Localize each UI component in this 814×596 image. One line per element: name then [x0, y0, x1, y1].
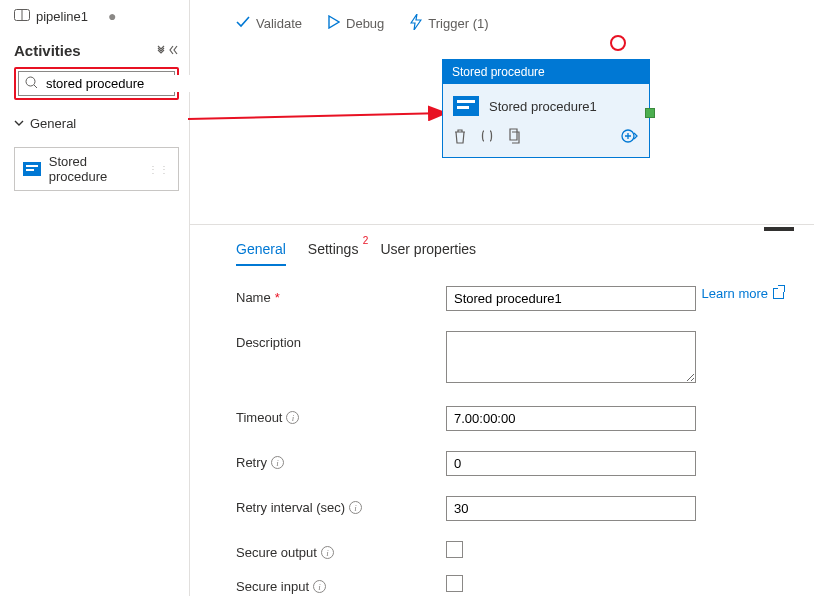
label-timeout: Timeout: [236, 410, 282, 425]
annotation-circle: [610, 35, 626, 51]
pipeline-icon: [14, 9, 30, 24]
label-name: Name: [236, 290, 271, 305]
lightning-icon: [410, 14, 422, 33]
info-icon[interactable]: i: [349, 501, 362, 514]
collapse-chevrons-icon[interactable]: [157, 45, 179, 57]
label-description: Description: [236, 335, 301, 350]
play-icon: [328, 15, 340, 32]
timeout-field[interactable]: [446, 406, 696, 431]
secure-input-checkbox[interactable]: [446, 575, 463, 592]
info-icon[interactable]: i: [313, 580, 326, 593]
svg-point-2: [26, 77, 35, 86]
output-connector[interactable]: [645, 108, 655, 118]
info-icon[interactable]: i: [286, 411, 299, 424]
tab-user-properties[interactable]: User properties: [380, 241, 476, 265]
trigger-button[interactable]: Trigger (1): [410, 14, 488, 33]
tab-general[interactable]: General: [236, 241, 286, 265]
description-field[interactable]: [446, 331, 696, 383]
tab-settings[interactable]: Settings 2: [308, 241, 359, 265]
activity-stored-procedure[interactable]: Stored procedure ⋮⋮: [14, 147, 179, 191]
stored-procedure-icon: [23, 162, 41, 176]
label-secure-output: Secure output: [236, 545, 317, 560]
add-output-icon[interactable]: [621, 129, 639, 146]
learn-more-link[interactable]: Learn more: [702, 286, 784, 301]
name-field[interactable]: [446, 286, 696, 311]
chevron-down-icon: [14, 118, 24, 130]
retry-interval-field[interactable]: [446, 496, 696, 521]
check-icon: [236, 16, 250, 31]
clone-icon[interactable]: [507, 128, 521, 147]
svg-line-4: [188, 113, 446, 119]
drag-grip-icon: ⋮⋮: [148, 164, 170, 175]
activity-label: Stored procedure: [49, 154, 148, 184]
secure-output-checkbox[interactable]: [446, 541, 463, 558]
delete-icon[interactable]: [453, 128, 467, 147]
code-icon[interactable]: [479, 129, 495, 146]
search-input-container[interactable]: [18, 71, 175, 96]
search-icon: [25, 76, 38, 92]
canvas-node-stored-procedure[interactable]: Stored procedure Stored procedure1: [442, 59, 650, 158]
label-retry-interval: Retry interval (sec): [236, 500, 345, 515]
label-retry: Retry: [236, 455, 267, 470]
info-icon[interactable]: i: [271, 456, 284, 469]
unsaved-indicator: ●: [108, 8, 116, 24]
pipeline-tab-name[interactable]: pipeline1: [36, 9, 88, 24]
debug-button[interactable]: Debug: [328, 15, 384, 32]
settings-badge: 2: [363, 235, 369, 246]
activities-heading: Activities: [14, 42, 81, 59]
svg-line-3: [34, 85, 37, 88]
required-asterisk: *: [275, 290, 280, 305]
group-label: General: [30, 116, 76, 131]
panel-resize-handle[interactable]: [764, 227, 794, 231]
validate-button[interactable]: Validate: [236, 16, 302, 31]
search-highlight: [14, 67, 179, 100]
pipeline-canvas[interactable]: Stored procedure Stored procedure1: [190, 45, 814, 225]
info-icon[interactable]: i: [321, 546, 334, 559]
group-general[interactable]: General: [14, 116, 179, 131]
external-link-icon: [773, 288, 784, 299]
node-title: Stored procedure1: [489, 99, 597, 114]
node-type-label: Stored procedure: [443, 60, 649, 84]
label-secure-input: Secure input: [236, 579, 309, 594]
retry-field[interactable]: [446, 451, 696, 476]
stored-procedure-icon: [453, 96, 479, 116]
